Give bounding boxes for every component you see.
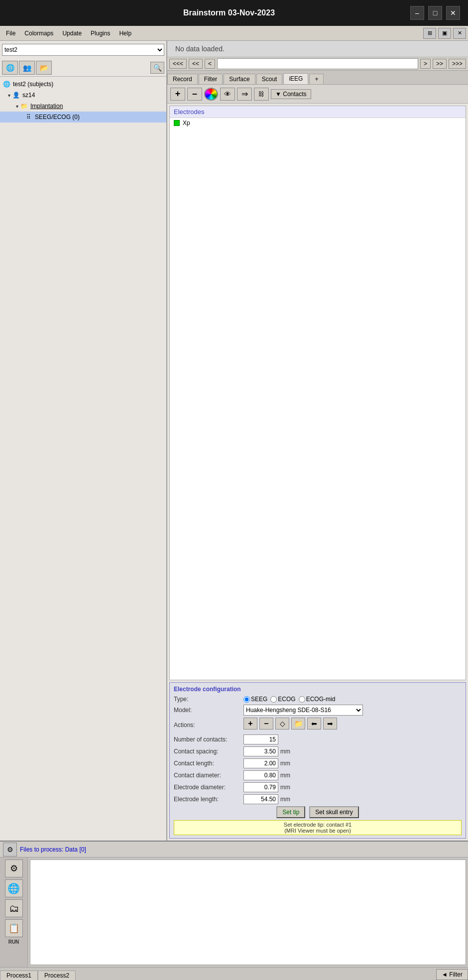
- action-add-btn[interactable]: +: [243, 718, 257, 730]
- nav-next[interactable]: >: [420, 59, 431, 69]
- no-data-banner: No data loaded.: [167, 41, 468, 57]
- patient-icon: 👤: [11, 91, 20, 100]
- link-btn[interactable]: ⛓: [254, 88, 269, 101]
- menu-file[interactable]: File: [2, 28, 19, 38]
- copy-icon-btn[interactable]: 📋: [5, 919, 23, 937]
- electrode-xp[interactable]: Xp: [170, 118, 466, 128]
- actions-label: Actions:: [174, 722, 243, 729]
- expand-triangle-implantation: ▾: [16, 104, 18, 109]
- action-remove-btn[interactable]: –: [259, 718, 273, 730]
- action-diamond-btn[interactable]: ◇: [275, 718, 289, 730]
- tree-implantation[interactable]: ▾ 📁 Implantation: [0, 101, 166, 112]
- close-menu-icon[interactable]: ✕: [453, 28, 466, 39]
- tab-scout[interactable]: Scout: [256, 74, 283, 84]
- ecog-mid-radio-label[interactable]: ECOG-mid: [299, 696, 336, 703]
- process-icon-btn[interactable]: ⚙: [5, 859, 23, 877]
- seeg-icon: ⠿: [24, 113, 33, 122]
- layout-icon[interactable]: ▣: [438, 28, 451, 39]
- seeg-radio[interactable]: [243, 696, 250, 703]
- maximize-button[interactable]: □: [428, 6, 442, 20]
- contact-diam-label: Contact diameter:: [174, 772, 243, 779]
- model-select[interactable]: Huake-Hengsheng SDE-08-S16: [243, 705, 363, 716]
- electrodes-header: Electrodes: [170, 106, 466, 118]
- elec-diam-unit: mm: [280, 784, 290, 791]
- nav-prev[interactable]: <: [205, 59, 215, 69]
- menu-help[interactable]: Help: [115, 28, 135, 38]
- minimize-button[interactable]: –: [410, 6, 424, 20]
- contact-length-unit: mm: [280, 760, 290, 767]
- action-left-btn[interactable]: ⬅: [307, 718, 321, 730]
- title-bar: Brainstorm 03-Nov-2023 – □ ✕: [0, 0, 468, 26]
- nav-next-next[interactable]: >>: [433, 59, 447, 69]
- eye-btn[interactable]: 👁: [220, 88, 235, 101]
- contacts-dropdown-btn[interactable]: ▼ Contacts: [271, 89, 311, 99]
- folder-icon: 📁: [19, 102, 28, 111]
- contact-length-input[interactable]: [243, 758, 278, 768]
- menu-colormaps[interactable]: Colormaps: [20, 28, 57, 38]
- elec-length-input[interactable]: [243, 794, 278, 804]
- process-tab-1[interactable]: Process1: [0, 971, 38, 980]
- ecog-radio[interactable]: [270, 696, 277, 703]
- contact-spacing-input[interactable]: [243, 746, 278, 756]
- subject-select[interactable]: test2: [2, 44, 164, 56]
- tab-ieeg[interactable]: iEEG: [283, 73, 308, 84]
- left-toolbar: 🌐 👥 📂 🔍: [0, 59, 166, 77]
- config-model-row: Model: Huake-Hengsheng SDE-08-S16: [174, 705, 462, 716]
- tree-sz14[interactable]: ▾ 👤 sz14: [0, 90, 166, 101]
- tree-sz14-label: sz14: [22, 92, 35, 99]
- tree-root[interactable]: 🌐 test2 (subjects): [0, 79, 166, 90]
- nav-bar: <<< << < > >> >>>: [167, 57, 468, 71]
- ecog-mid-radio[interactable]: [299, 696, 305, 703]
- elec-diam-label: Electrode diameter:: [174, 784, 243, 791]
- contact-spacing-label: Contact spacing:: [174, 748, 243, 755]
- layers-icon-btn[interactable]: 🗂: [5, 899, 23, 917]
- bottom-header: ⚙ Files to process: Data [0]: [0, 842, 468, 858]
- close-button[interactable]: ✕: [446, 6, 460, 20]
- contact-diam-input[interactable]: [243, 770, 278, 780]
- ecog-radio-label[interactable]: ECOG: [270, 696, 295, 703]
- open-icon-btn[interactable]: 📂: [36, 61, 52, 75]
- action-right-btn[interactable]: ➡: [323, 718, 337, 730]
- action-folder-btn[interactable]: 📁: [291, 718, 305, 730]
- main-layout: test2 🌐 👥 📂 🔍 🌐 test2 (subjects) ▾ 👤 sz1…: [0, 41, 468, 841]
- nav-input[interactable]: [217, 58, 418, 69]
- tab-record[interactable]: Record: [167, 74, 198, 84]
- config-actions-row: Actions: + – ◇ 📁 ⬅ ➡: [174, 718, 462, 733]
- add-electrode-btn[interactable]: +: [170, 88, 185, 101]
- left-panel: test2 🌐 👥 📂 🔍 🌐 test2 (subjects) ▾ 👤 sz1…: [0, 41, 167, 841]
- process-tab-2[interactable]: Process2: [38, 971, 76, 980]
- electrode-config: Electrode configuration Type: SEEG ECOG: [169, 682, 466, 839]
- search-btn[interactable]: 🔍: [150, 62, 164, 74]
- subjects-alt-icon-btn[interactable]: 👥: [19, 61, 35, 75]
- no-data-text: No data loaded.: [175, 45, 225, 53]
- filter-btn[interactable]: ◄ Filter: [436, 969, 468, 980]
- tab-surface[interactable]: Surface: [224, 74, 255, 84]
- tree-seeg-ecog[interactable]: ⠿ SEEG/ECOG (0): [0, 112, 166, 122]
- subjects-icon-btn[interactable]: 🌐: [2, 61, 18, 75]
- color-wheel-btn[interactable]: [204, 88, 218, 101]
- right-panel: No data loaded. <<< << < > >> >>> Record…: [167, 41, 468, 841]
- remove-electrode-btn[interactable]: –: [187, 88, 202, 101]
- num-contacts-label: Number of contacts:: [174, 736, 243, 743]
- menu-plugins[interactable]: Plugins: [87, 28, 114, 38]
- arrow-btn[interactable]: ⇒: [237, 88, 252, 101]
- tab-plus[interactable]: +: [309, 74, 324, 84]
- menu-right-icons: ⊞ ▣ ✕: [423, 28, 466, 39]
- sphere-icon-btn[interactable]: 🌐: [5, 879, 23, 897]
- config-contact-length-row: Contact length: mm: [174, 758, 462, 768]
- set-skull-btn[interactable]: Set skull entry: [309, 806, 358, 818]
- nav-last[interactable]: >>>: [449, 59, 466, 69]
- tab-filter[interactable]: Filter: [199, 74, 223, 84]
- menu-update[interactable]: Update: [58, 28, 86, 38]
- files-to-process-label: Files to process: Data [0]: [20, 846, 86, 853]
- seeg-radio-label[interactable]: SEEG: [243, 696, 267, 703]
- electrode-color-xp: [174, 120, 180, 126]
- grid-icon[interactable]: ⊞: [423, 28, 436, 39]
- num-contacts-input[interactable]: 15: [243, 735, 278, 744]
- process-content-area: [30, 859, 466, 965]
- elec-diam-input[interactable]: [243, 782, 278, 792]
- set-tip-btn[interactable]: Set tip: [276, 806, 305, 818]
- model-label: Model:: [174, 707, 243, 714]
- nav-first[interactable]: <<<: [169, 59, 187, 69]
- nav-prev-prev[interactable]: <<: [189, 59, 203, 69]
